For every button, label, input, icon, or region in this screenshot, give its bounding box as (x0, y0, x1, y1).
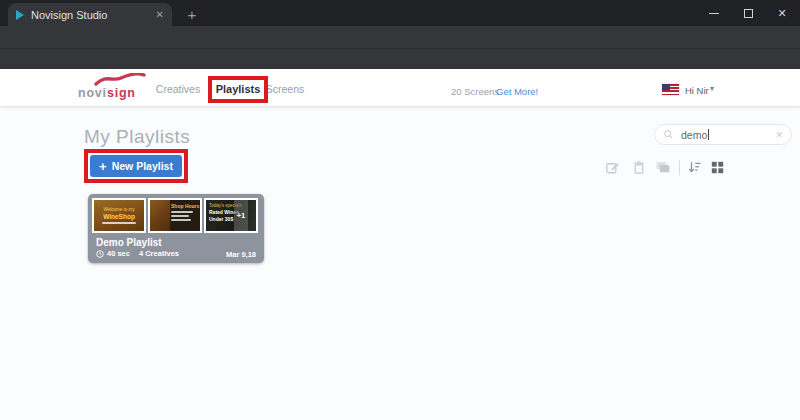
screens-count: 20 Screens (451, 86, 499, 97)
logo-swoosh-icon (94, 73, 146, 86)
thumb1-line1: Welcome to my (104, 207, 135, 212)
nav-item-playlists[interactable]: Playlists (211, 83, 265, 95)
copy-icon[interactable] (654, 159, 671, 176)
thumbnail-wineshop: Welcome to my WineShop (92, 198, 146, 233)
more-creatives-overlay: +1 (234, 200, 248, 231)
search-icon (663, 129, 674, 140)
thumb2-text-bar (171, 211, 193, 213)
playlist-card[interactable]: Welcome to my WineShop Shop Hours Today'… (88, 194, 264, 263)
new-playlist-button[interactable]: + New Playlist (90, 155, 182, 177)
nav-item-screens[interactable]: Screens (261, 83, 309, 95)
thumb1-caption-bar (102, 222, 136, 224)
thumbnail-strip: Welcome to my WineShop Shop Hours Today'… (92, 198, 258, 233)
thumb2-corks-image (150, 200, 170, 231)
thumb1-line2: WineShop (103, 213, 135, 220)
tab-close-icon[interactable]: ✕ (156, 9, 164, 20)
get-more-link[interactable]: Get More! (496, 86, 538, 97)
minimize-icon (709, 13, 719, 14)
more-badge: +1 (237, 211, 246, 220)
edit-icon[interactable] (604, 159, 621, 176)
maximize-icon (744, 9, 753, 18)
user-menu[interactable]: Hi Nir (685, 85, 709, 96)
maximize-button[interactable] (732, 0, 764, 26)
minimize-button[interactable] (698, 0, 730, 26)
tab-title: Novisign Studio (31, 9, 150, 21)
clock-icon (96, 250, 104, 258)
logo-text: novisign (78, 86, 136, 100)
thumbnail-shop-hours: Shop Hours (148, 198, 202, 233)
new-playlist-label: New Playlist (112, 160, 173, 172)
close-button[interactable]: ✕ (766, 0, 798, 26)
grid-view-icon[interactable] (709, 159, 726, 176)
playlist-title: Demo Playlist (96, 237, 162, 248)
bookmark-bar: Google (0, 48, 800, 69)
playlist-creatives-count: 4 Creatives (139, 249, 179, 258)
thumb2-title: Shop Hours (171, 203, 199, 209)
search-input[interactable]: demo ✕ (654, 124, 792, 145)
sort-icon[interactable] (686, 159, 703, 176)
us-flag-icon[interactable] (662, 84, 679, 95)
play-favicon-icon (16, 10, 24, 20)
new-tab-button[interactable]: + (182, 4, 202, 24)
search-value: demo (681, 129, 707, 141)
thumbnail-specials: Today's specials Rated Wines Under 30$ +… (204, 198, 258, 233)
browser-toolbar: ← → ⟳ https://app.novisign.com/studio/#/… (0, 26, 800, 48)
chevron-down-icon[interactable]: ▾ (710, 84, 714, 93)
playlist-meta: 40 sec 4 Creatives (96, 249, 179, 258)
page-title: My Playlists (84, 126, 190, 148)
browser-tab[interactable]: Novisign Studio ✕ (8, 3, 172, 26)
thumb2-text-bar (171, 215, 189, 217)
novisign-logo[interactable]: novisign (78, 72, 163, 102)
playlist-duration: 40 sec (107, 249, 130, 258)
delete-icon[interactable] (630, 159, 647, 176)
tab-strip: Novisign Studio ✕ + ✕ (0, 0, 800, 26)
text-cursor (708, 129, 709, 140)
search-clear-icon[interactable]: ✕ (775, 130, 783, 140)
toolbar-divider (679, 160, 680, 175)
playlist-date: Mar 9,18 (226, 250, 256, 259)
thumb2-text-bar (171, 219, 191, 221)
nav-item-creatives[interactable]: Creatives (153, 83, 203, 95)
plus-icon: + (99, 159, 107, 174)
